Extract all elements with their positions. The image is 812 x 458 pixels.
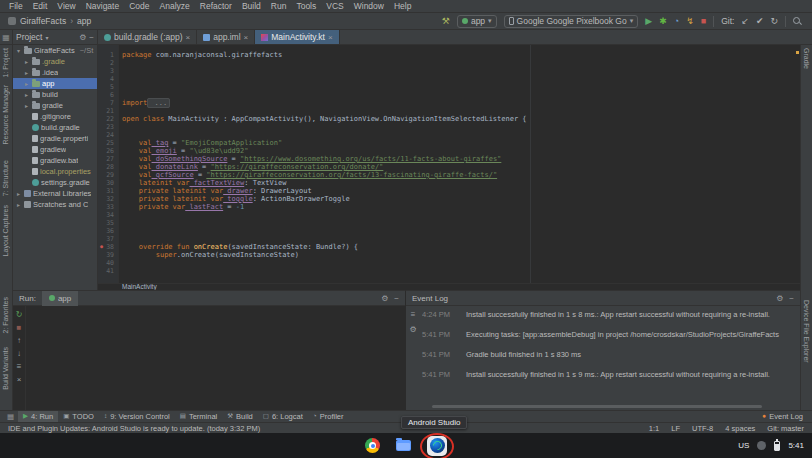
toolwindow-todo[interactable]: ▣TODO [58,411,99,423]
line-number[interactable]: 23 [98,123,118,131]
line-number[interactable]: 37 [98,235,118,243]
line-number[interactable]: 1 [98,51,118,59]
hide-panel-icon[interactable]: − [789,294,794,303]
line-number[interactable]: 2 [98,59,118,67]
tree-item-idea[interactable]: ▸.idea [13,67,97,78]
line-separator[interactable]: LF [671,424,680,433]
tree-item-gradlew[interactable]: gradlew [13,144,97,155]
gear-icon[interactable]: ⚙ [776,294,783,303]
code-line[interactable]: 36 [98,227,800,235]
caret-position[interactable]: 1:1 [649,424,659,433]
tool-strip-layout-captures[interactable]: Layout Captures [2,205,9,256]
code-line[interactable]: 30 lateinit var factTextView: TextView [98,179,800,187]
code-line[interactable]: 39 super.onCreate(savedInstanceState) [98,251,800,259]
toolwindow-9-version-control[interactable]: ↕9: Version Control [99,411,175,423]
tool-strip-build-variants[interactable]: Build Variants [2,347,9,390]
git-commit-icon[interactable]: ✔ [756,17,764,26]
git-revert-icon[interactable]: ↻ [770,17,778,26]
code-line[interactable]: 37 [98,235,800,243]
line-number[interactable]: 29 [98,171,118,179]
editor-breadcrumb[interactable]: MainActivity [98,283,800,290]
line-number[interactable]: 7 [98,99,118,107]
code-line[interactable]: 33 private var lastFact = -1 [98,203,800,211]
line-number[interactable]: 24 [98,131,118,139]
chrome-icon[interactable] [365,438,380,453]
tool-strip-resource-manager[interactable]: Resource Manager [2,85,9,145]
menu-navigate[interactable]: Navigate [81,1,125,11]
profile-button[interactable]: ◔ [674,17,679,26]
code-editor[interactable]: 1package com.naranjaconsal.giraffefacts2… [98,45,800,283]
code-line[interactable]: 29 val gcfSource = "https://giraffeconse… [98,171,800,179]
files-app-icon[interactable] [396,440,411,451]
line-number[interactable]: 28 [98,163,118,171]
run-button[interactable]: ▶ [645,17,652,26]
code-line[interactable]: 24 [98,131,800,139]
tool-strip-gradle[interactable]: Gradle [803,48,810,69]
close-icon[interactable]: × [328,33,333,42]
line-number[interactable]: 36 [98,227,118,235]
line-number[interactable]: 3 [98,67,118,75]
settings-icon[interactable]: ⚙ [409,325,416,334]
rerun-icon[interactable]: ↻ [16,310,23,319]
editor-tab-build-gradle-app[interactable]: build.gradle (:app)× [98,30,197,44]
menu-refactor[interactable]: Refactor [195,1,237,11]
code-line[interactable]: 5 [98,83,800,91]
line-number[interactable]: 35 [98,219,118,227]
code-line[interactable]: 2 [98,59,800,67]
hide-panel-icon[interactable]: − [394,294,399,303]
tool-windows-icon[interactable]: ▦ [4,411,17,423]
menu-analyze[interactable]: Analyze [155,1,195,11]
code-line[interactable]: 6 [98,91,800,99]
line-number[interactable]: 41 [98,267,118,275]
code-line[interactable]: 40 [98,259,800,267]
project-panel-title[interactable]: Project [16,32,42,42]
tree-item-build-gradle[interactable]: build.gradle [13,122,97,133]
line-number[interactable]: 34 [98,211,118,219]
toolwindow-6-logcat[interactable]: ▢6: Logcat [258,411,308,423]
code-line[interactable]: 35 [98,219,800,227]
hide-panel-icon[interactable]: − [89,33,94,42]
menu-file[interactable]: File [4,1,28,11]
expand-arrow-icon[interactable]: ▸ [23,102,30,109]
menu-vcs[interactable]: VCS [321,1,348,11]
build-hammer-icon[interactable]: ⚒ [442,17,450,26]
stop-icon[interactable]: ■ [17,323,22,332]
line-number[interactable]: 39 [98,251,118,259]
line-number[interactable]: 30 [98,179,118,187]
code-line[interactable]: 7import ... [98,99,800,107]
line-number[interactable]: 22 [98,115,118,123]
toolwindow-profiler[interactable]: ◔Profiler [308,411,349,423]
clear-console-icon[interactable]: × [17,375,22,384]
git-update-icon[interactable]: ↙ [741,17,749,26]
status-message[interactable]: IDE and Plugin Updates: Android Studio i… [8,424,649,433]
keyboard-layout-indicator[interactable]: US [738,441,749,450]
code-line[interactable]: 21 [98,107,800,115]
code-line[interactable]: 25 val tag = "EmojiCompatApplication" [98,139,800,147]
gear-icon[interactable]: ⚙ [79,33,86,42]
line-number[interactable]: 32 [98,195,118,203]
device-select[interactable]: Google Google Pixelbook Go ▾ [504,15,639,28]
menu-window[interactable]: Window [349,1,389,11]
debug-button[interactable]: ✱ [659,17,667,26]
expand-arrow-icon[interactable]: ▸ [23,80,30,87]
run-console[interactable]: ↻■↑↓≡× [13,306,405,410]
tree-item-build[interactable]: ▸build [13,89,97,100]
tree-item-gradle[interactable]: ▸gradle [13,100,97,111]
line-number[interactable]: 40 [98,259,118,267]
expand-arrow-icon[interactable]: ▾ [15,47,22,54]
search-icon[interactable] [793,17,802,26]
indent-setting[interactable]: 4 spaces [725,424,755,433]
menu-edit[interactable]: Edit [28,1,53,11]
tool-windows-icon[interactable]: ▦ [0,30,13,44]
tool-strip-device-file-explorer[interactable]: Device File Explorer [803,300,810,363]
toolwindow-terminal[interactable]: ▤Terminal [175,411,223,423]
code-line[interactable]: 31 private lateinit var drawer: DrawerLa… [98,187,800,195]
code-line[interactable]: 3 [98,67,800,75]
toolwindow-event-log[interactable]: ●Event Log [757,411,808,423]
line-number[interactable]: 33 [98,203,118,211]
editor-tab-app-iml[interactable]: app.iml× [197,30,255,44]
horizontal-scrollbar[interactable] [432,405,762,408]
toolwindow-4-run[interactable]: ▶4: Run [18,411,58,423]
code-line[interactable]: 41 [98,267,800,275]
tree-item-gradlew-bat[interactable]: gradlew.bat [13,155,97,166]
